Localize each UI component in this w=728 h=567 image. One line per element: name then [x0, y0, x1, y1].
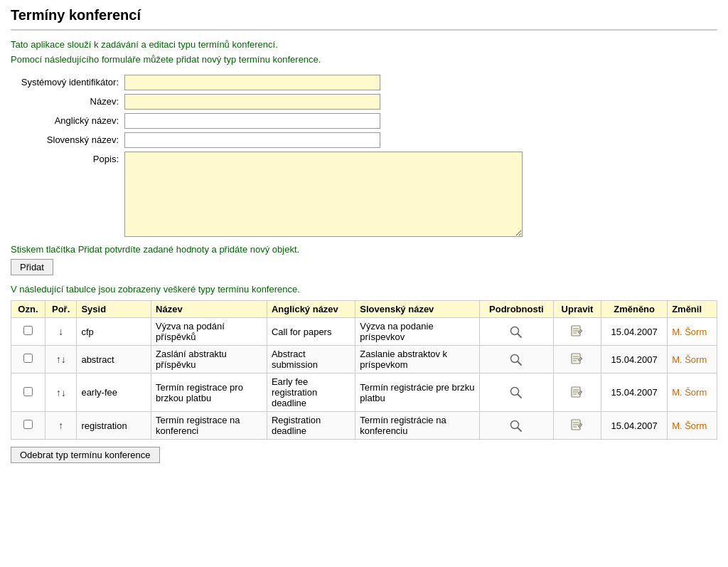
nazev-label: Název:	[11, 94, 124, 107]
submit-info: Stiskem tlačítka Přidat potvrdíte zadané…	[11, 244, 717, 255]
col-header-zmeneno: Změněno	[601, 301, 668, 318]
svg-point-16	[513, 389, 517, 393]
table-row: ↑registrationTermín registrace na konfer…	[11, 412, 717, 440]
cell-anglicky: Early fee registration deadline	[267, 373, 355, 412]
col-header-por: Poř.	[45, 301, 77, 318]
svg-line-8	[518, 361, 522, 365]
cell-zmenil[interactable]: M. Šorm	[668, 318, 717, 346]
row-checkbox-2[interactable]	[23, 387, 33, 396]
col-header-sysid: Sysid	[77, 301, 151, 318]
arrow-up-icon[interactable]: ↑	[58, 420, 63, 431]
cell-upravit[interactable]	[553, 373, 601, 412]
svg-point-23	[513, 423, 517, 427]
arrow-down-icon[interactable]: ↓	[58, 326, 63, 337]
cell-zmeneno: 15.04.2007	[601, 346, 668, 373]
cell-zmeneno: 15.04.2007	[601, 373, 668, 412]
svg-line-1	[518, 334, 522, 337]
magnifier-icon[interactable]	[509, 418, 523, 432]
user-link[interactable]: M. Šorm	[672, 387, 707, 398]
magnifier-icon[interactable]	[509, 351, 523, 366]
cell-sysid: registration	[77, 412, 151, 440]
col-header-slovensky: Slovenský název	[355, 301, 479, 318]
col-header-zmenil: Změnil	[668, 301, 717, 318]
add-form: Systémový identifikátor: Název: Anglický…	[11, 75, 717, 237]
table-row: ↑↓early-feeTermín registrace pro brzkou …	[11, 373, 717, 412]
row-checkbox-1[interactable]	[23, 354, 33, 363]
cell-podrobnosti[interactable]	[479, 412, 553, 440]
cell-sysid: cfp	[77, 318, 151, 346]
edit-icon[interactable]	[570, 353, 584, 364]
add-button[interactable]: Přidat	[11, 259, 53, 275]
user-link[interactable]: M. Šorm	[672, 327, 707, 337]
cell-sysid: early-fee	[77, 373, 151, 412]
edit-icon[interactable]	[570, 386, 584, 397]
arrow-down-icon[interactable]: ↓	[61, 354, 66, 365]
info-text-2: Pomocí následujícího formuláře můžete př…	[11, 54, 717, 65]
cell-slovensky: Výzva na podanie príspevkov	[355, 318, 479, 346]
cell-zmeneno: 15.04.2007	[601, 318, 668, 346]
cell-zmeneno: 15.04.2007	[601, 412, 668, 440]
cell-podrobnosti[interactable]	[479, 373, 553, 412]
slovensky-label: Slovenský název:	[11, 132, 124, 145]
cell-anglicky: Abstract submission	[267, 346, 355, 373]
page-title: Termíny konferencí	[11, 7, 717, 31]
user-link[interactable]: M. Šorm	[672, 354, 707, 365]
col-header-nazev: Název	[151, 301, 267, 318]
cell-nazev: Výzva na podání příspěvků	[151, 318, 267, 346]
system-id-input[interactable]	[124, 75, 380, 90]
slovensky-input[interactable]	[124, 132, 380, 148]
popis-label: Popis:	[11, 152, 124, 164]
anglicky-label: Anglický název:	[11, 113, 124, 126]
row-checkbox-3[interactable]	[23, 420, 33, 429]
arrow-down-icon[interactable]: ↓	[61, 387, 66, 398]
cell-podrobnosti[interactable]	[479, 318, 553, 346]
col-header-podrobnosti: Podrobnosti	[479, 301, 553, 318]
cell-podrobnosti[interactable]	[479, 346, 553, 373]
remove-button[interactable]: Odebrat typ termínu konference	[11, 447, 160, 463]
cell-sysid: abstract	[77, 346, 151, 373]
arrow-up-icon[interactable]: ↑	[56, 387, 61, 398]
svg-point-9	[513, 356, 517, 361]
svg-line-15	[518, 395, 522, 398]
cell-nazev: Zaslání abstraktu příspěvku	[151, 346, 267, 373]
cell-anglicky: Call for papers	[267, 318, 355, 346]
table-row: ↓cfpVýzva na podání příspěvkůCall for pa…	[11, 318, 717, 346]
conference-table: Ozn. Poř. Sysid Název Anglický název Slo…	[11, 300, 717, 440]
cell-upravit[interactable]	[553, 318, 601, 346]
cell-nazev: Termín registrace na konferenci	[151, 412, 267, 440]
col-header-upravit: Upravit	[553, 301, 601, 318]
anglicky-input[interactable]	[124, 113, 380, 129]
col-header-anglicky: Anglický název	[267, 301, 355, 318]
arrow-up-icon[interactable]: ↑	[56, 354, 61, 365]
table-info: V následující tabulce jsou zobrazeny veš…	[11, 284, 717, 295]
row-checkbox-0[interactable]	[23, 326, 33, 335]
info-text-1: Tato aplikace slouží k zadávání a editac…	[11, 39, 717, 50]
magnifier-icon[interactable]	[509, 385, 523, 399]
cell-anglicky: Registration deadline	[267, 412, 355, 440]
cell-slovensky: Zaslanie abstraktov k príspevkom	[355, 346, 479, 373]
cell-zmenil[interactable]: M. Šorm	[668, 412, 717, 440]
system-id-label: Systémový identifikátor:	[11, 75, 124, 88]
user-link[interactable]: M. Šorm	[672, 420, 707, 431]
cell-upravit[interactable]	[553, 346, 601, 373]
magnifier-icon[interactable]	[509, 324, 523, 338]
cell-slovensky: Termín registrácie pre brzku platbu	[355, 373, 479, 412]
cell-slovensky: Termín registrácie na konferenciu	[355, 412, 479, 440]
nazev-input[interactable]	[124, 94, 380, 110]
svg-point-2	[513, 329, 517, 333]
cell-upravit[interactable]	[553, 412, 601, 440]
table-row: ↑↓abstractZaslání abstraktu příspěvkuAbs…	[11, 346, 717, 373]
cell-zmenil[interactable]: M. Šorm	[668, 346, 717, 373]
edit-icon[interactable]	[570, 419, 584, 430]
cell-nazev: Termín registrace pro brzkou platbu	[151, 373, 267, 412]
popis-textarea[interactable]	[124, 152, 523, 237]
col-header-ozn: Ozn.	[11, 301, 46, 318]
edit-icon[interactable]	[570, 325, 584, 336]
cell-zmenil[interactable]: M. Šorm	[668, 373, 717, 412]
svg-line-22	[518, 428, 522, 431]
